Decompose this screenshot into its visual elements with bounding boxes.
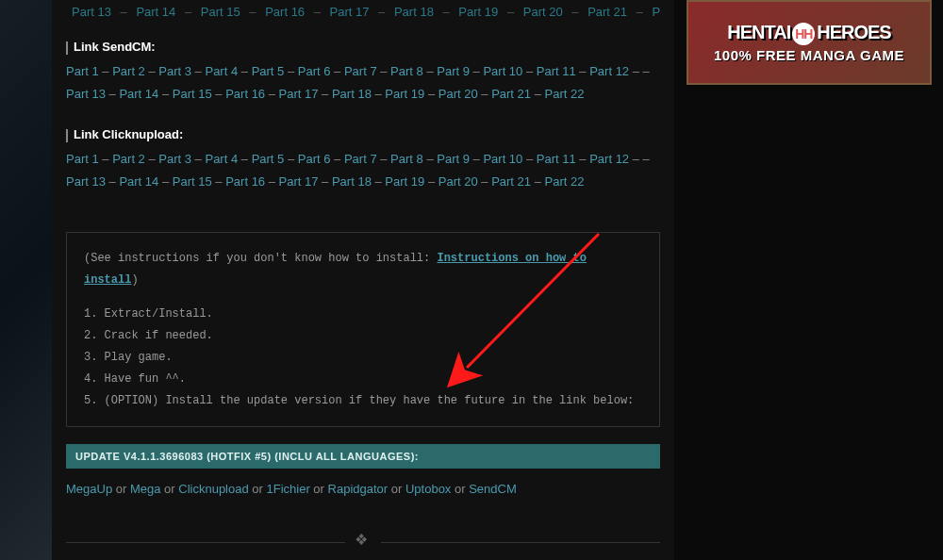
mirror-link[interactable]: Mega <box>130 482 161 496</box>
part-link[interactable]: Part 2 <box>112 64 145 78</box>
instruction-step: 2. Crack if needed. <box>84 325 642 347</box>
separator: – <box>424 87 438 101</box>
separator: – <box>377 152 390 166</box>
part-link[interactable]: Part 15 <box>173 87 212 101</box>
part-link[interactable]: Part 12 <box>589 152 629 166</box>
part-link[interactable]: Part 20 <box>523 5 563 19</box>
separator: – <box>330 152 343 166</box>
separator: – <box>145 64 158 78</box>
part-link[interactable]: Part 21 <box>587 5 627 19</box>
part-link[interactable]: Part 22 <box>545 87 585 101</box>
part-link[interactable]: Part 14 <box>119 174 158 189</box>
or-separator: or <box>160 482 178 496</box>
part-link[interactable]: Part 21 <box>491 174 531 189</box>
main-content: Part 13 – Part 14 – Part 15 – Part 16 – … <box>52 0 674 560</box>
part-link[interactable]: Part 10 <box>483 152 522 166</box>
part-link[interactable]: Part 20 <box>438 87 478 101</box>
part-link[interactable]: Part 20 <box>438 174 478 189</box>
separator: – <box>576 152 589 166</box>
or-separator: or <box>112 482 130 496</box>
separator: – <box>643 152 650 166</box>
separator: – <box>106 174 119 189</box>
part-link[interactable]: Part 1 <box>66 152 99 166</box>
part-link[interactable]: Part 17 <box>279 174 319 189</box>
separator: – <box>629 64 642 78</box>
part-link[interactable]: Part 8 <box>390 64 423 78</box>
parts-line: Part 1 – Part 2 – Part 3 – Part 4 – Part… <box>66 60 660 107</box>
mirror-link[interactable]: SendCM <box>469 482 517 496</box>
separator: – <box>318 87 331 101</box>
part-link[interactable]: Part 22 <box>653 5 660 19</box>
mirror-link[interactable]: MegaUp <box>66 482 112 496</box>
part-link[interactable]: Part 6 <box>298 64 331 78</box>
part-link[interactable]: Part 4 <box>205 152 238 166</box>
mirror-link[interactable]: 1Fichier <box>267 482 310 496</box>
part-link[interactable]: Part 17 <box>330 5 370 19</box>
part-link[interactable]: Part 18 <box>332 174 372 189</box>
part-link[interactable]: Part 18 <box>394 5 434 19</box>
part-link[interactable]: Part 10 <box>483 64 522 78</box>
part-link[interactable]: Part 5 <box>252 64 285 78</box>
part-link[interactable]: Part 17 <box>279 87 319 101</box>
instructions-suffix: ) <box>131 273 138 287</box>
part-link[interactable]: Part 5 <box>252 152 285 166</box>
part-link[interactable]: Part 14 <box>119 87 158 101</box>
update-links-row: MegaUp or Mega or Clicknupload or 1Fichi… <box>66 482 660 496</box>
or-separator: or <box>388 482 405 496</box>
part-link[interactable]: Part 15 <box>173 174 212 189</box>
part-link[interactable]: Part 7 <box>344 64 377 78</box>
part-link[interactable]: Part 6 <box>298 152 331 166</box>
part-link[interactable]: Part 14 <box>136 5 175 19</box>
part-link[interactable]: Part 11 <box>537 64 576 78</box>
instructions-steps-list: 1. Extract/Install.2. Crack if needed.3.… <box>84 304 642 411</box>
mirror-link[interactable]: Uptobox <box>405 482 451 496</box>
separator: – <box>330 64 343 78</box>
instruction-step: 5. (OPTION) Install the update version i… <box>84 390 642 412</box>
part-link[interactable]: Part 11 <box>537 152 576 166</box>
section-divider <box>66 534 660 551</box>
separator: – <box>478 174 491 189</box>
part-link[interactable]: Part 22 <box>545 174 585 189</box>
part-link[interactable]: Part 3 <box>158 64 191 78</box>
part-link[interactable]: Part 19 <box>385 87 424 101</box>
part-link[interactable]: Part 9 <box>437 64 470 78</box>
mirror-link[interactable]: Rapidgator <box>328 482 389 496</box>
part-link[interactable]: Part 7 <box>344 152 377 166</box>
separator: – <box>522 152 536 166</box>
separator: – <box>423 64 437 78</box>
part-link[interactable]: Part 19 <box>385 174 424 189</box>
divider-line-right <box>381 542 660 543</box>
part-link[interactable]: Part 9 <box>437 152 470 166</box>
instructions-header: (See instructions if you don't know how … <box>84 248 642 291</box>
part-link[interactable]: Part 13 <box>66 87 106 101</box>
part-link[interactable]: Part 1 <box>66 64 99 78</box>
part-link[interactable]: Part 21 <box>491 87 531 101</box>
separator: – <box>99 152 112 166</box>
part-link[interactable]: Part 13 <box>72 5 111 19</box>
part-link[interactable]: Part 13 <box>66 174 106 189</box>
section-label: Link Clicknupload: <box>66 127 660 142</box>
mirror-link[interactable]: Clicknupload <box>178 482 248 496</box>
separator: – <box>372 87 385 101</box>
separator: – <box>318 174 331 189</box>
part-link[interactable]: Part 3 <box>158 152 191 166</box>
part-link[interactable]: Part 16 <box>265 5 305 19</box>
divider-line-left <box>66 542 345 543</box>
separator: – <box>158 174 172 189</box>
ad-logo: HENTAIHHHEROES <box>727 22 890 45</box>
section-label-text: Link Clicknupload: <box>74 127 183 141</box>
sidebar-ad-banner[interactable]: HENTAIHHHEROES 100% FREE MANGA GAME <box>687 0 932 85</box>
part-link[interactable]: Part 18 <box>332 87 372 101</box>
separator: – <box>191 152 205 166</box>
part-link[interactable]: Part 12 <box>589 64 629 78</box>
part-link[interactable]: Part 2 <box>112 152 145 166</box>
part-link[interactable]: Part 15 <box>201 5 240 19</box>
separator: – <box>265 87 278 101</box>
part-link[interactable]: Part 8 <box>390 152 423 166</box>
part-link[interactable]: Part 16 <box>225 87 265 101</box>
separator: – <box>238 64 251 78</box>
part-link[interactable]: Part 16 <box>225 174 265 189</box>
part-link[interactable]: Part 19 <box>458 5 498 19</box>
separator: – <box>372 174 385 189</box>
part-link[interactable]: Part 4 <box>205 64 238 78</box>
